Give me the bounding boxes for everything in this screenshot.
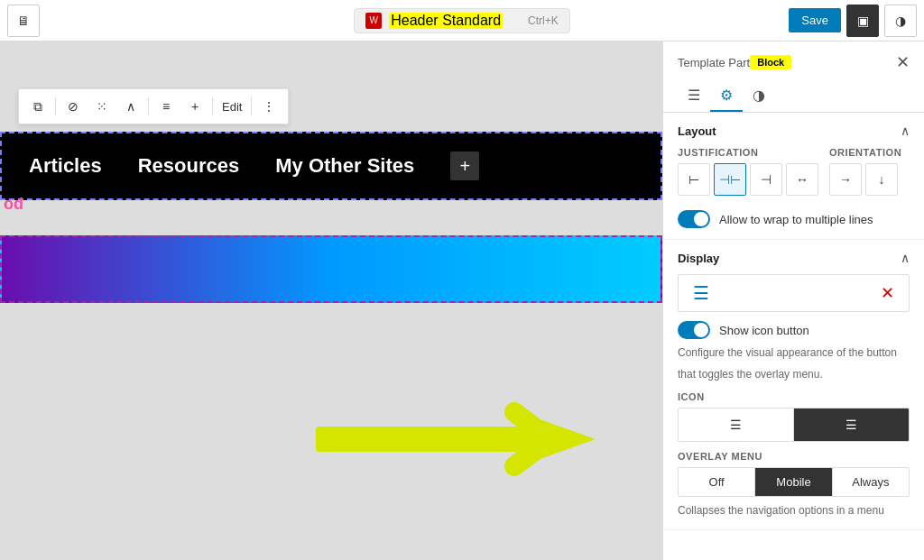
wrap-toggle-row: Allow to wrap to multiple lines [678, 210, 910, 228]
icon-options: ☰ ☰ [678, 408, 910, 442]
transform-block-button[interactable]: ⧉ [24, 93, 51, 120]
show-icon-toggle[interactable] [678, 321, 710, 339]
plus-icon: + [191, 99, 199, 114]
align-icon: ≡ [162, 99, 170, 114]
toolbar-separator-3 [212, 97, 213, 115]
justify-left-button[interactable]: ⊢ [678, 163, 710, 196]
layout-two-col: JUSTIFICATION ⊢ ⊣⊢ ⊣ ↔ ORIENTATION → ↓ [678, 147, 910, 205]
layout-title: Layout [678, 124, 716, 138]
layout-section-header: Layout ∧ [678, 124, 910, 138]
move-up-button[interactable]: ∧ [117, 93, 144, 120]
monitor-icon: 🖥 [17, 14, 30, 28]
layout-section: Layout ∧ JUSTIFICATION ⊢ ⊣⊢ ⊣ ↔ ORIENTAT… [663, 113, 924, 240]
drag-handle-button[interactable]: ⁙ [88, 93, 116, 120]
panel-block-badge: Block [750, 55, 791, 69]
display-section-header: Display ∧ [678, 251, 910, 265]
panel-tabs: ☰ ⚙ ◑ [663, 79, 924, 113]
display-close-icon[interactable]: ✕ [881, 283, 894, 303]
ellipsis-icon: ⋮ [263, 99, 275, 114]
display-hamburger-icon: ☰ [693, 282, 709, 304]
gradient-bar [0, 235, 662, 303]
justification-label: JUSTIFICATION [678, 147, 818, 158]
justify-center-button[interactable]: ⊣⊢ [714, 163, 746, 196]
block-toolbar: ⧉ ⊘ ⁙ ∧ ≡ + Edit ⋮ [18, 88, 289, 124]
hamburger-dark-icon: ☰ [845, 418, 857, 432]
tab-list[interactable]: ☰ [678, 79, 710, 112]
display-title: Display [678, 252, 719, 265]
drag-icon: ⁙ [97, 99, 107, 114]
right-panel: Template Part Block ✕ ☰ ⚙ ◑ Layout ∧ [662, 41, 924, 560]
panel-close-button[interactable]: ✕ [887, 52, 910, 72]
keyboard-shortcut: Ctrl+K [528, 14, 559, 27]
svg-rect-1 [316, 427, 546, 452]
justification-buttons: ⊢ ⊣⊢ ⊣ ↔ [678, 163, 818, 196]
show-icon-toggle-label: Show icon button [719, 324, 809, 337]
show-icon-description-1: Configure the visual appearance of the b… [678, 344, 910, 361]
wp-icon: W [365, 13, 382, 29]
list-icon: ☰ [688, 87, 700, 104]
display-collapse-button[interactable]: ∧ [901, 251, 910, 265]
pink-text-od: od [0, 195, 23, 214]
command-bar[interactable]: W Header Standard Ctrl+K [354, 8, 570, 33]
hamburger-light-icon: ☰ [730, 418, 742, 432]
icon-option-dark[interactable]: ☰ [794, 409, 910, 441]
sidebar-icon: ▣ [857, 14, 869, 28]
canvas-area: ⧉ ⊘ ⁙ ∧ ≡ + Edit ⋮ [0, 41, 662, 560]
overlay-menu-buttons: Off Mobile Always [678, 467, 910, 497]
main-layout: ⧉ ⊘ ⁙ ∧ ≡ + Edit ⋮ [0, 41, 924, 560]
icon-section-label: ICON [678, 391, 910, 402]
display-section: Display ∧ ☰ ✕ Show icon button Configure… [663, 240, 924, 530]
overlay-off-button[interactable]: Off [679, 468, 755, 496]
orient-horizontal-button[interactable]: → [829, 163, 862, 196]
orientation-label: ORIENTATION [829, 147, 910, 158]
overlay-always-button[interactable]: Always [833, 468, 909, 496]
theme-icon: ◑ [895, 14, 906, 28]
justification-group: JUSTIFICATION ⊢ ⊣⊢ ⊣ ↔ [678, 147, 818, 205]
justify-space-button[interactable]: ↔ [786, 163, 818, 196]
overlay-mobile-button[interactable]: Mobile [755, 468, 832, 496]
options-icon-button[interactable]: ⊘ [60, 93, 87, 120]
collapses-desc: Collapses the navigation options in a me… [678, 502, 910, 519]
monitor-icon-button[interactable]: 🖥 [7, 5, 40, 37]
wrap-toggle-label: Allow to wrap to multiple lines [719, 213, 873, 226]
show-icon-toggle-row: Show icon button [678, 321, 910, 339]
toolbar-separator-4 [251, 97, 252, 115]
tab-styles[interactable]: ◑ [743, 79, 775, 112]
orient-vertical-button[interactable]: ↓ [865, 163, 898, 196]
top-bar: 🖥 W Header Standard Ctrl+K Save ▣ ◑ [0, 0, 924, 41]
nav-item-resources[interactable]: Resources [138, 154, 240, 178]
icon-option-light[interactable]: ☰ [679, 409, 794, 441]
panel-template-label: Template Part [678, 56, 750, 69]
yellow-arrow-annotation [316, 394, 632, 488]
toolbar-separator-2 [148, 97, 149, 115]
toolbar-separator [55, 97, 56, 115]
layout-collapse-button[interactable]: ∧ [901, 124, 910, 138]
nav-item-other-sites[interactable]: My Other Sites [275, 154, 414, 178]
top-bar-left: 🖥 [0, 5, 40, 37]
chevron-up-icon: ∧ [126, 99, 135, 114]
add-nav-item-button[interactable]: + [450, 151, 479, 180]
nav-item-articles[interactable]: Articles [29, 154, 102, 178]
justify-right-button[interactable]: ⊣ [750, 163, 782, 196]
save-button[interactable]: Save [789, 8, 841, 32]
orientation-group: ORIENTATION → ↓ [829, 147, 910, 205]
circle-slash-icon: ⊘ [68, 99, 79, 114]
top-bar-right: Save ▣ ◑ [789, 5, 924, 37]
wrap-toggle[interactable] [678, 210, 710, 228]
gear-icon: ⚙ [720, 87, 733, 104]
more-options-button[interactable]: ⋮ [255, 93, 282, 120]
squares-icon: ⧉ [33, 99, 42, 115]
overlay-menu-label: OVERLAY MENU [678, 451, 910, 462]
align-button[interactable]: ≡ [152, 93, 180, 120]
edit-button[interactable]: Edit [217, 100, 247, 114]
theme-toggle-button[interactable]: ◑ [884, 5, 917, 37]
tab-gear[interactable]: ⚙ [710, 79, 743, 112]
show-icon-description-2: that toggles the overlay menu. [678, 366, 910, 382]
panel-header: Template Part Block ✕ [663, 41, 924, 72]
command-bar-label: Header Standard [389, 13, 503, 29]
orientation-buttons: → ↓ [829, 163, 910, 196]
plus-button[interactable]: + [181, 93, 208, 120]
navigation-block: Articles Resources My Other Sites + [0, 132, 662, 200]
toggle-sidebar-button[interactable]: ▣ [846, 5, 879, 37]
display-icons-row: ☰ ✕ [678, 274, 910, 312]
